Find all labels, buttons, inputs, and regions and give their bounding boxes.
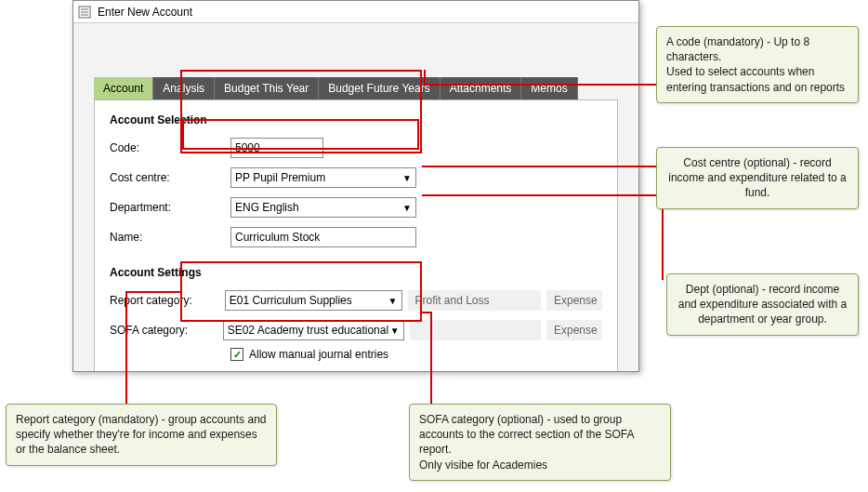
row-report-category: Report category: E01 Curriculum Supplies… [110,288,602,312]
chevron-down-icon: ▼ [402,203,412,213]
report-category-select[interactable]: E01 Curriculum Supplies ▼ [225,290,402,311]
callout-department: Dept (optional) - record income and expe… [666,273,859,336]
tab-account[interactable]: Account [94,77,153,100]
row-cost-centre: Cost centre: PP Pupil Premium ▼ [110,166,602,190]
department-label: Department: [110,201,230,214]
row-code: Code: [110,136,602,160]
sofa-category-label: SOFA category: [110,324,223,337]
row-department: Department: ENG English ▼ [110,195,602,219]
tab-budget-this-year[interactable]: Budget This Year [215,77,319,100]
cost-centre-select[interactable]: PP Pupil Premium ▼ [230,167,416,188]
tabstrip: Account Analysis Budget This Year Budget… [94,77,618,100]
chevron-down-icon: ▼ [402,173,412,183]
tab-memos[interactable]: Memos [521,77,577,100]
sofa-category-side: Expense [546,320,602,340]
code-label: Code: [110,141,230,154]
allow-manual-label: Allow manual journal entries [249,348,388,361]
titlebar: Enter New Account [73,1,638,23]
cost-centre-value: PP Pupil Premium [235,171,325,184]
row-allow-manual: ✓ Allow manual journal entries [230,348,602,361]
callout-sofa-category: SOFA category (optional) - used to group… [409,404,671,481]
code-input[interactable] [230,138,323,158]
report-category-type: Profit and Loss [408,290,542,311]
chevron-down-icon: ▼ [390,326,400,336]
row-name: Name: [110,225,602,249]
sofa-category-select[interactable]: SE02 Academy trust educational op ▼ [223,320,404,340]
allow-manual-checkbox[interactable]: ✓ [230,348,243,361]
department-select[interactable]: ENG English ▼ [230,197,416,218]
callout-report-category: Report category (mandatory) - group acco… [6,404,277,466]
enter-new-account-window: Enter New Account Account Analysis Budge… [72,0,639,372]
window-title: Enter New Account [98,6,192,19]
account-settings-heading: Account Settings [110,266,602,279]
name-label: Name: [110,231,230,244]
callout-code: A code (mandatory) - Up to 8 characters.… [656,26,859,103]
row-sofa-category: SOFA category: SE02 Academy trust educat… [110,318,602,342]
form-icon [77,5,92,20]
tab-budget-future-years[interactable]: Budget Future Years [319,77,440,100]
report-category-value: E01 Curriculum Supplies [230,294,352,307]
report-category-side: Expense [546,290,602,311]
sofa-category-type-blank [410,320,541,340]
tab-attachments[interactable]: Attachments [441,77,522,100]
department-value: ENG English [235,201,299,214]
form-area: Account Selection Code: Cost centre: PP … [94,100,618,372]
name-input[interactable] [230,227,416,247]
tab-analysis[interactable]: Analysis [153,77,215,100]
cost-centre-label: Cost centre: [110,171,230,184]
dialog-body: Account Analysis Budget This Year Budget… [73,23,638,372]
chevron-down-icon: ▼ [388,296,398,306]
report-category-label: Report category: [110,294,225,307]
sofa-category-value: SE02 Academy trust educational op [228,324,390,337]
callout-cost-centre: Cost centre (optional) - record income a… [656,147,859,209]
account-selection-heading: Account Selection [110,113,602,126]
